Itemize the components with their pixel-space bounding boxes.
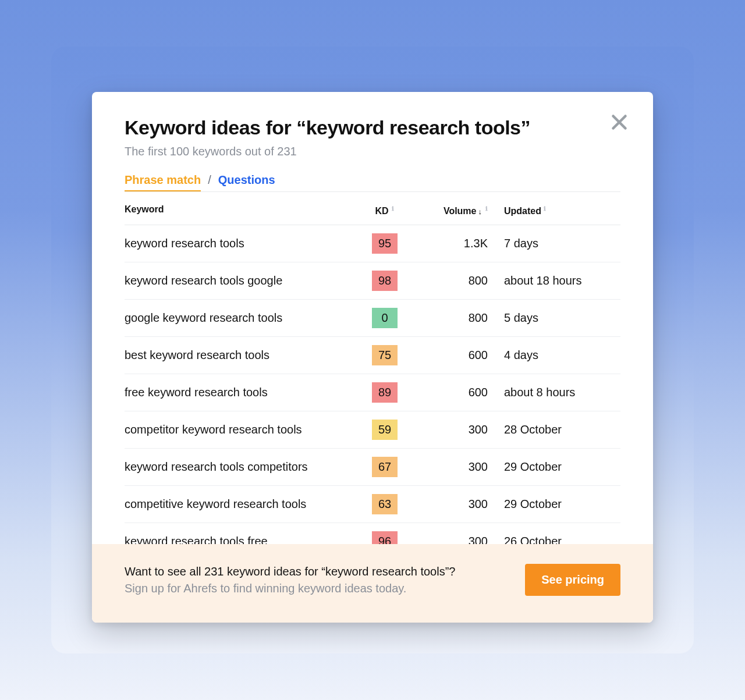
info-icon[interactable]	[484, 202, 488, 206]
volume-cell: 300	[417, 448, 504, 485]
kd-cell: 59	[353, 411, 417, 448]
updated-cell: 29 October	[504, 485, 620, 523]
updated-cell: 5 days	[504, 299, 620, 336]
updated-cell: 28 October	[504, 411, 620, 448]
col-header-keyword[interactable]: Keyword	[125, 191, 353, 225]
kd-cell: 75	[353, 336, 417, 374]
upsell-title: Want to see all 231 keyword ideas for “k…	[125, 565, 511, 578]
kd-cell: 0	[353, 299, 417, 336]
volume-cell: 600	[417, 336, 504, 374]
tabs: Phrase match / Questions	[125, 173, 620, 191]
kd-badge: 75	[372, 345, 398, 365]
close-icon[interactable]	[609, 112, 630, 133]
info-icon[interactable]	[391, 202, 395, 206]
volume-cell: 1.3K	[417, 225, 504, 262]
keyword-cell: free keyword research tools	[125, 374, 353, 411]
keyword-cell: competitor keyword research tools	[125, 411, 353, 448]
keyword-cell: keyword research tools free	[125, 523, 353, 544]
kd-badge: 89	[372, 382, 398, 403]
page-title: Keyword ideas for “keyword research tool…	[125, 115, 620, 140]
kd-cell: 95	[353, 225, 417, 262]
modal-header: Keyword ideas for “keyword research tool…	[92, 92, 653, 191]
info-icon[interactable]	[544, 202, 547, 206]
table-row[interactable]: best keyword research tools756004 days	[125, 336, 620, 374]
table-row[interactable]: free keyword research tools89600about 8 …	[125, 374, 620, 411]
table-container: Keyword KD Volume↓ Updated keyword resea…	[92, 191, 653, 545]
tab-questions[interactable]: Questions	[218, 173, 275, 187]
kd-cell: 89	[353, 374, 417, 411]
updated-cell: about 18 hours	[504, 262, 620, 299]
keyword-cell: keyword research tools competitors	[125, 448, 353, 485]
table-row[interactable]: google keyword research tools08005 days	[125, 299, 620, 336]
kd-cell: 98	[353, 262, 417, 299]
keyword-cell: google keyword research tools	[125, 299, 353, 336]
table-row[interactable]: keyword research tools competitors673002…	[125, 448, 620, 485]
table-row[interactable]: keyword research tools google98800about …	[125, 262, 620, 299]
keyword-cell: best keyword research tools	[125, 336, 353, 374]
volume-cell: 600	[417, 374, 504, 411]
col-header-volume[interactable]: Volume↓	[417, 191, 504, 225]
outer-frame: Keyword ideas for “keyword research tool…	[51, 47, 694, 653]
kd-cell: 96	[353, 523, 417, 544]
keyword-cell: competitive keyword research tools	[125, 485, 353, 523]
see-pricing-button[interactable]: See pricing	[525, 564, 620, 596]
keyword-cell: keyword research tools	[125, 225, 353, 262]
updated-cell: 29 October	[504, 448, 620, 485]
tab-separator: /	[208, 173, 211, 187]
modal-card: Keyword ideas for “keyword research tool…	[92, 92, 653, 623]
kd-badge: 63	[372, 494, 398, 514]
volume-cell: 800	[417, 299, 504, 336]
kd-badge: 96	[372, 531, 398, 544]
keyword-cell: keyword research tools google	[125, 262, 353, 299]
col-header-updated[interactable]: Updated	[504, 191, 620, 225]
volume-cell: 300	[417, 523, 504, 544]
page-subtitle: The first 100 keywords out of 231	[125, 145, 620, 158]
table-row[interactable]: competitive keyword research tools633002…	[125, 485, 620, 523]
upsell-subtitle: Sign up for Ahrefs to find winning keywo…	[125, 582, 511, 595]
kd-cell: 63	[353, 485, 417, 523]
updated-cell: 26 October	[504, 523, 620, 544]
tab-phrase-match[interactable]: Phrase match	[125, 173, 201, 191]
keywords-table: Keyword KD Volume↓ Updated keyword resea…	[125, 191, 620, 545]
kd-badge: 67	[372, 457, 398, 477]
updated-cell: 4 days	[504, 336, 620, 374]
kd-badge: 95	[372, 233, 398, 254]
volume-cell: 300	[417, 485, 504, 523]
upsell-footer: Want to see all 231 keyword ideas for “k…	[92, 544, 653, 623]
col-header-kd[interactable]: KD	[353, 191, 417, 225]
kd-badge: 98	[372, 271, 398, 291]
kd-cell: 67	[353, 448, 417, 485]
upsell-text: Want to see all 231 keyword ideas for “k…	[125, 565, 511, 595]
kd-badge: 0	[372, 308, 398, 328]
updated-cell: about 8 hours	[504, 374, 620, 411]
table-row[interactable]: competitor keyword research tools5930028…	[125, 411, 620, 448]
table-row[interactable]: keyword research tools951.3K7 days	[125, 225, 620, 262]
volume-cell: 800	[417, 262, 504, 299]
kd-badge: 59	[372, 420, 398, 440]
updated-cell: 7 days	[504, 225, 620, 262]
table-row[interactable]: keyword research tools free9630026 Octob…	[125, 523, 620, 544]
sort-down-icon: ↓	[478, 207, 483, 216]
volume-cell: 300	[417, 411, 504, 448]
